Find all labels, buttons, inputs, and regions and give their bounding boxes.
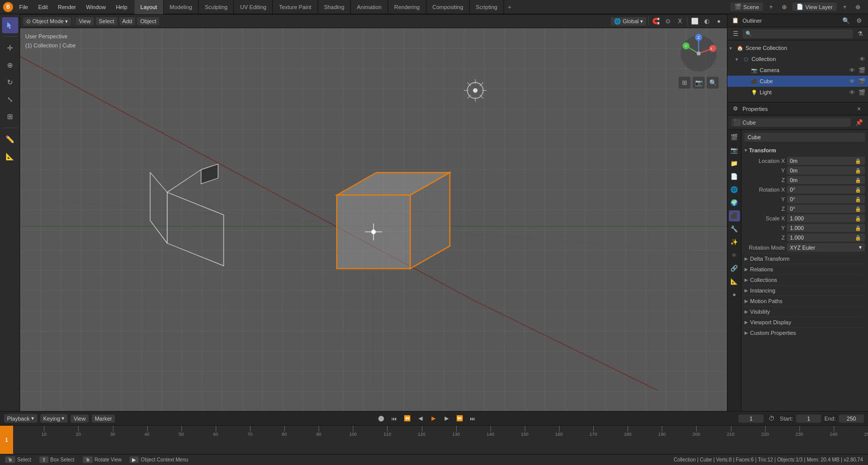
- blender-logo[interactable]: B: [3, 2, 13, 12]
- scene-selector[interactable]: 🎬 Scene: [730, 3, 763, 11]
- custom-properties-section[interactable]: ▶ Custom Properties: [745, 327, 865, 338]
- mirror-x[interactable]: X: [675, 16, 685, 26]
- rotation-mode-dropdown[interactable]: XYZ Euler ▾: [787, 243, 865, 252]
- play-forward-btn[interactable]: ▶: [441, 413, 452, 424]
- outliner-item-scene-collection[interactable]: ▾ 🏠 Scene Collection: [727, 42, 868, 53]
- scale-z-field[interactable]: 1.000 🔒: [787, 234, 865, 242]
- props-modifier-btn[interactable]: 🔧: [729, 223, 740, 235]
- tab-scripting[interactable]: Scripting: [470, 0, 504, 14]
- start-frame-input[interactable]: 1: [796, 415, 821, 423]
- collections-section[interactable]: ▶ Collections: [745, 274, 865, 285]
- props-view-layer-btn[interactable]: 📄: [729, 171, 740, 182]
- select-menu[interactable]: Select: [96, 17, 117, 25]
- props-material-btn[interactable]: ●: [729, 289, 740, 300]
- instancing-section[interactable]: ▶ Instancing: [745, 285, 865, 296]
- outliner-item-cube[interactable]: ⬛ Cube 👁 🎬: [727, 76, 868, 87]
- proportional-edit[interactable]: ⊙: [663, 16, 673, 26]
- object-name-field[interactable]: Cube: [745, 133, 865, 142]
- timeline-marker-menu[interactable]: Marker: [92, 415, 115, 423]
- scale-y-lock-btn[interactable]: 🔒: [855, 225, 862, 231]
- delta-transform-section[interactable]: ▶ Delta Transform: [745, 253, 865, 264]
- cube-render-btn[interactable]: 🎬: [858, 77, 866, 85]
- visibility-section[interactable]: ▶ Visibility: [745, 306, 865, 317]
- props-constraints-btn[interactable]: 🔗: [729, 263, 740, 274]
- collection-eye-btn[interactable]: 👁: [858, 55, 866, 63]
- menu-edit[interactable]: Edit: [34, 3, 52, 11]
- tab-texture-paint[interactable]: Texture Paint: [273, 0, 318, 14]
- step-back-btn[interactable]: ⏪: [402, 413, 413, 424]
- props-scene-btn[interactable]: 🎬: [729, 132, 740, 143]
- light-render-btn[interactable]: 🎬: [858, 88, 866, 96]
- rotation-z-field[interactable]: 0° 🔒: [787, 205, 865, 213]
- viewport-canvas[interactable]: User Perspective (1) Collection | Cube X: [20, 28, 727, 454]
- play-btn[interactable]: ▶: [428, 413, 439, 424]
- tab-animation[interactable]: Animation: [351, 0, 388, 14]
- tab-shading[interactable]: Shading: [318, 0, 351, 14]
- keying-menu[interactable]: Keying ▾: [40, 414, 68, 423]
- snap-toggle[interactable]: 🧲: [651, 16, 661, 26]
- props-pin-btn[interactable]: 📌: [854, 118, 864, 128]
- jump-end-btn[interactable]: ⏭: [467, 413, 478, 424]
- scene-add-btn[interactable]: +: [766, 2, 776, 12]
- step-forward-btn[interactable]: ⏩: [454, 413, 465, 424]
- rotation-z-lock-btn[interactable]: 🔒: [855, 206, 862, 212]
- tool-move[interactable]: ⊕: [2, 57, 18, 73]
- location-y-field[interactable]: 0m 🔒: [787, 166, 865, 175]
- props-world-btn[interactable]: 🌍: [729, 197, 740, 208]
- rotation-x-lock-btn[interactable]: 🔒: [855, 187, 862, 193]
- props-particles-btn[interactable]: ✨: [729, 237, 740, 248]
- viewport-shading-rendered[interactable]: ●: [714, 16, 724, 26]
- location-y-lock-btn[interactable]: 🔒: [855, 168, 862, 173]
- view-layer-add-btn[interactable]: +: [840, 2, 850, 12]
- jump-start-btn[interactable]: ⏮: [389, 413, 400, 424]
- rotation-y-lock-btn[interactable]: 🔒: [855, 197, 862, 202]
- tab-modeling[interactable]: Modeling: [164, 0, 199, 14]
- light-eye-btn[interactable]: 👁: [848, 88, 856, 96]
- tab-layout[interactable]: Layout: [135, 0, 164, 14]
- workspace-add-btn[interactable]: +: [504, 2, 515, 12]
- props-render-btn[interactable]: 📷: [729, 145, 740, 156]
- scale-y-field[interactable]: 1.000 🔒: [787, 224, 865, 232]
- camera-eye-btn[interactable]: 👁: [848, 66, 856, 74]
- add-menu[interactable]: Add: [119, 17, 136, 25]
- tab-sculpting[interactable]: Sculpting: [199, 0, 234, 14]
- scale-z-lock-btn[interactable]: 🔒: [855, 235, 862, 241]
- keyframe-indicator[interactable]: ⬤: [376, 413, 387, 424]
- tool-scale[interactable]: ⤡: [2, 91, 18, 107]
- tab-compositing[interactable]: Compositing: [426, 0, 470, 14]
- relations-section[interactable]: ▶ Relations: [745, 264, 865, 274]
- cube-eye-btn[interactable]: 👁: [848, 77, 856, 85]
- tool-annotate[interactable]: ✏️: [2, 131, 18, 147]
- props-physics-btn[interactable]: ⚛: [729, 250, 740, 261]
- object-menu[interactable]: Object: [137, 17, 159, 25]
- object-mode-dropdown[interactable]: ⊙ Object Mode ▾: [23, 17, 71, 26]
- viewport-shading-solid[interactable]: ⬜: [690, 16, 700, 26]
- tool-transform[interactable]: ⊞: [2, 108, 18, 125]
- timeline-view-menu[interactable]: View: [71, 415, 89, 423]
- props-object-data-btn[interactable]: 📐: [729, 276, 740, 287]
- motion-paths-section[interactable]: ▶ Motion Paths: [745, 296, 865, 306]
- transform-global[interactable]: 🌐 Global ▾: [611, 17, 646, 26]
- tab-uv-editing[interactable]: UV Editing: [234, 0, 273, 14]
- tool-measure[interactable]: 📐: [2, 148, 18, 164]
- props-object-btn[interactable]: ⬛: [729, 210, 740, 221]
- scene-browse-btn[interactable]: ⊕: [779, 2, 789, 12]
- outliner-item-camera[interactable]: 📷 Camera 👁 🎬: [727, 65, 868, 76]
- location-z-lock-btn[interactable]: 🔒: [855, 178, 862, 183]
- tool-cursor[interactable]: ✛: [2, 40, 18, 56]
- playback-menu[interactable]: Playback ▾: [4, 414, 37, 423]
- viewport-shading-material[interactable]: ◐: [702, 16, 712, 26]
- rotation-x-field[interactable]: 0° 🔒: [787, 186, 865, 194]
- props-mode-selector[interactable]: ⬛ Cube: [731, 118, 851, 127]
- outliner-search[interactable]: 🔍: [742, 29, 853, 38]
- outliner-item-collection[interactable]: ▾ ⬡ Collection 👁: [727, 53, 868, 65]
- location-z-field[interactable]: 0m 🔒: [787, 176, 865, 184]
- nav-camera-btn[interactable]: 📷: [693, 77, 705, 89]
- tool-select[interactable]: [2, 17, 18, 33]
- scale-x-field[interactable]: 1.000 🔒: [787, 214, 865, 222]
- props-output-btn[interactable]: 📁: [729, 158, 740, 169]
- camera-render-btn[interactable]: 🎬: [858, 66, 866, 74]
- view-layer-selector[interactable]: 📄 View Layer: [792, 3, 837, 11]
- nav-zoom-btn[interactable]: 🔍: [707, 77, 719, 89]
- rotation-y-field[interactable]: 0° 🔒: [787, 195, 865, 203]
